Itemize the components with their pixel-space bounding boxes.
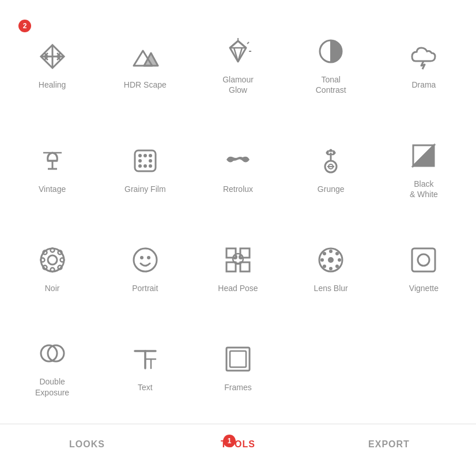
svg-point-32 <box>138 159 142 163</box>
tool-portrait[interactable]: Portrait <box>99 220 191 314</box>
healing-label: Healing <box>39 80 66 90</box>
nav-looks[interactable]: LOOKS <box>12 439 163 450</box>
tool-frames[interactable]: Frames <box>191 314 284 418</box>
tool-grainy-film[interactable]: Grainy Film <box>99 116 191 220</box>
bottom-nav: LOOKS 1 TOOLS EXPORT <box>0 424 476 464</box>
tool-double-exposure[interactable]: DoubleExposure <box>6 314 99 418</box>
svg-marker-13 <box>230 41 246 62</box>
drama-label: Drama <box>411 80 436 90</box>
svg-point-60 <box>147 256 150 259</box>
glamour-icon <box>221 34 255 69</box>
vintage-icon <box>35 144 70 178</box>
tools-badge: 1 <box>223 435 236 447</box>
headpose-label: Head Pose <box>218 283 258 293</box>
svg-line-16 <box>238 41 246 48</box>
svg-point-53 <box>60 258 64 262</box>
lensblur-label: Lens Blur <box>314 283 348 293</box>
svg-point-51 <box>50 267 54 271</box>
svg-point-33 <box>149 159 152 163</box>
vignette-label: Vignette <box>409 283 439 293</box>
svg-rect-63 <box>226 262 236 271</box>
tool-vignette[interactable]: Vignette <box>377 220 470 314</box>
retrolux-icon <box>221 144 255 178</box>
svg-point-56 <box>43 265 47 269</box>
tool-vintage[interactable]: Vintage <box>6 116 99 220</box>
retrolux-label: Retrolux <box>223 184 253 194</box>
svg-rect-28 <box>135 150 156 171</box>
tools-grid: 2 Healing <box>0 0 476 424</box>
svg-point-58 <box>134 248 157 271</box>
doubleexposure-icon <box>35 336 70 371</box>
svg-point-29 <box>138 154 142 157</box>
tool-drama[interactable]: Drama <box>377 12 470 116</box>
noir-label: Noir <box>45 283 60 293</box>
lensblur-icon <box>313 243 348 277</box>
svg-point-77 <box>323 265 326 268</box>
healing-badge: 2 <box>18 20 31 32</box>
tool-retrolux[interactable]: Retrolux <box>191 116 284 220</box>
svg-point-55 <box>58 265 62 269</box>
looks-label: LOOKS <box>69 439 105 450</box>
tool-glamour-glow[interactable]: GlamourGlow <box>191 12 284 116</box>
portrait-label: Portrait <box>132 283 158 293</box>
bw-icon <box>406 138 441 173</box>
grainy-label: Grainy Film <box>124 184 166 194</box>
tool-tonal-contrast[interactable]: TonalContrast <box>285 12 377 116</box>
vintage-label: Vintage <box>39 184 66 194</box>
grunge-icon <box>313 144 348 178</box>
tool-black-white[interactable]: Black& White <box>377 116 470 220</box>
bw-label: Black& White <box>410 179 438 199</box>
svg-point-31 <box>149 154 152 157</box>
svg-point-36 <box>149 164 152 168</box>
svg-point-30 <box>143 154 147 157</box>
nav-export[interactable]: EXPORT <box>313 439 464 450</box>
doubleexposure-label: DoubleExposure <box>35 376 69 397</box>
svg-point-70 <box>329 250 333 253</box>
noir-icon <box>35 243 70 277</box>
tool-healing[interactable]: 2 Healing <box>6 12 99 116</box>
hdr-icon <box>128 39 163 74</box>
text-label: Text <box>138 382 153 393</box>
svg-rect-87 <box>230 351 246 367</box>
svg-point-44 <box>330 149 333 152</box>
svg-point-50 <box>50 248 54 252</box>
svg-line-20 <box>247 42 249 44</box>
svg-point-73 <box>338 258 341 262</box>
glamour-label: GlamourGlow <box>222 74 254 95</box>
svg-point-57 <box>58 250 62 254</box>
svg-point-76 <box>335 252 339 255</box>
hdr-label: HDR Scape <box>124 80 167 90</box>
nav-tools[interactable]: 1 TOOLS <box>163 439 313 450</box>
healing-icon <box>35 39 70 74</box>
tool-noir[interactable]: Noir <box>6 220 99 314</box>
tool-grunge[interactable]: Grunge <box>285 116 377 220</box>
svg-point-69 <box>328 257 334 263</box>
svg-rect-78 <box>412 248 435 271</box>
svg-point-54 <box>43 250 47 254</box>
vignette-icon <box>406 243 441 277</box>
svg-point-34 <box>138 164 142 168</box>
svg-point-42 <box>326 152 329 154</box>
tool-head-pose[interactable]: Head Pose <box>191 220 284 314</box>
grunge-label: Grunge <box>318 184 345 194</box>
tonal-label: TonalContrast <box>316 74 346 95</box>
text-icon <box>128 342 163 376</box>
svg-point-52 <box>40 258 44 262</box>
tool-lens-blur[interactable]: Lens Blur <box>285 220 377 314</box>
svg-point-79 <box>418 254 429 266</box>
svg-point-43 <box>333 152 336 154</box>
svg-point-74 <box>323 252 326 255</box>
tool-text[interactable]: Text <box>99 314 191 418</box>
svg-point-71 <box>329 267 333 270</box>
svg-point-35 <box>143 164 147 168</box>
svg-point-72 <box>320 258 324 262</box>
svg-rect-64 <box>240 262 250 271</box>
export-label: EXPORT <box>368 439 410 450</box>
frames-icon <box>221 342 255 376</box>
headpose-icon <box>221 243 255 277</box>
svg-point-49 <box>48 255 57 265</box>
tool-hdr-scape[interactable]: HDR Scape <box>99 12 191 116</box>
portrait-icon <box>128 243 163 277</box>
grainy-icon <box>128 144 163 178</box>
tonal-icon <box>313 34 348 69</box>
